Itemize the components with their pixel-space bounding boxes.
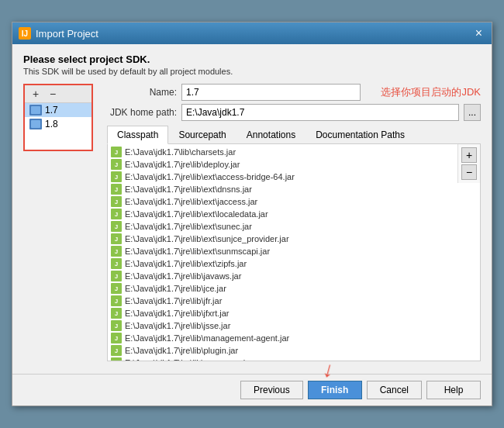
classpath-item: JE:\Java\jdk1.7\jre\lib\ext\jaccess.jar	[111, 195, 457, 208]
name-input[interactable]	[181, 84, 361, 101]
app-icon: IJ	[19, 27, 31, 40]
title-bar: IJ Import Project ×	[12, 22, 492, 44]
classpath-item: JE:\Java\jdk1.7\jre\lib\javaws.jar	[111, 270, 457, 282]
classpath-item-path: E:\Java\jdk1.7\jre\lib\plugin.jar	[125, 346, 238, 355]
classpath-add-button[interactable]: +	[461, 147, 477, 163]
tab-sourcepath[interactable]: Sourcepath	[168, 126, 236, 144]
sdk-toolbar: + −	[25, 85, 91, 103]
name-label: Name:	[107, 87, 177, 98]
dialog-title: Import Project	[36, 28, 98, 40]
jar-icon: J	[111, 345, 122, 356]
sdk-remove-button[interactable]: −	[45, 87, 60, 101]
jar-icon: J	[111, 233, 122, 244]
jar-icon: J	[111, 196, 122, 207]
classpath-item-path: E:\Java\jdk1.7\jre\lib\ext\sunec.jar	[125, 222, 252, 231]
classpath-remove-button[interactable]: −	[461, 164, 477, 180]
jar-icon: J	[111, 283, 122, 294]
jar-icon: J	[111, 246, 122, 257]
classpath-item: JE:\Java\jdk1.7\jre\lib\ext\sunmscapi.ja…	[111, 245, 457, 257]
classpath-item-path: E:\Java\jdk1.7\jre\lib\resources.jar	[125, 358, 253, 361]
tab-classpath[interactable]: Classpath	[107, 126, 168, 144]
jar-icon: J	[111, 159, 122, 170]
classpath-item-path: E:\Java\jdk1.7\jre\lib\jfr.jar	[125, 296, 222, 305]
classpath-item-path: E:\Java\jdk1.7\jre\lib\ext\zipfs.jar	[125, 259, 247, 268]
cancel-button[interactable]: Cancel	[367, 381, 422, 399]
title-bar-left: IJ Import Project	[19, 27, 98, 40]
path-row: JDK home path: ...	[107, 104, 481, 121]
classpath-item-path: E:\Java\jdk1.7\jre\lib\jsse.jar	[125, 321, 230, 330]
classpath-item-path: E:\Java\jdk1.7\jre\lib\management-agent.…	[125, 333, 289, 343]
sdk-item-18[interactable]: 1.8	[25, 117, 91, 131]
classpath-item-path: E:\Java\jdk1.7\jre\lib\ext\localedata.ja…	[125, 209, 268, 219]
classpath-item: JE:\Java\jdk1.7\jre\lib\ext\access-bridg…	[111, 171, 457, 183]
jar-icon: J	[111, 333, 122, 343]
jar-icon: J	[111, 258, 122, 269]
classpath-list: JE:\Java\jdk1.7\lib\charsets.jarJE:\Java…	[108, 146, 480, 361]
classpath-toolbar: + −	[457, 144, 480, 183]
sdk-list: 1.7 1.8	[25, 103, 91, 150]
classpath-item: JE:\Java\jdk1.7\jre\lib\deploy.jar	[111, 158, 457, 171]
right-panel: Name: 选择你项目启动的JDK JDK home path: ... Cla…	[107, 84, 481, 361]
classpath-item: JE:\Java\jdk1.7\jre\lib\plugin.jar	[111, 344, 457, 357]
header-note: This SDK will be used by default by all …	[23, 67, 481, 76]
classpath-item: JE:\Java\jdk1.7\jre\lib\ext\dnsns.jar	[111, 183, 457, 195]
classpath-item: JE:\Java\jdk1.7\jre\lib\ext\localedata.j…	[111, 208, 457, 220]
classpath-item: JE:\Java\jdk1.7\lib\charsets.jar	[111, 146, 457, 158]
classpath-item-path: E:\Java\jdk1.7\jre\lib\jce.jar	[125, 284, 226, 293]
jar-icon: J	[111, 184, 122, 195]
annotation-text: 选择你项目启动的JDK	[381, 85, 481, 99]
dialog-content: Please select project SDK. This SDK will…	[12, 44, 492, 374]
tab-annotations[interactable]: Annotations	[236, 126, 306, 144]
jar-icon: J	[111, 271, 122, 281]
classpath-item: JE:\Java\jdk1.7\jre\lib\ext\sunjce_provi…	[111, 233, 457, 245]
jar-icon: J	[111, 171, 122, 182]
classpath-item: JE:\Java\jdk1.7\jre\lib\resources.jar	[111, 357, 457, 361]
path-label: JDK home path:	[107, 107, 177, 118]
classpath-panel: + − JE:\Java\jdk1.7\lib\charsets.jarJE:\…	[107, 144, 481, 361]
classpath-item: JE:\Java\jdk1.7\jre\lib\jce.jar	[111, 282, 457, 295]
classpath-item-path: E:\Java\jdk1.7\jre\lib\ext\sunmscapi.jar	[125, 247, 270, 256]
previous-button[interactable]: Previous	[240, 381, 303, 399]
jar-icon: J	[111, 320, 122, 331]
close-button[interactable]: ×	[472, 27, 485, 40]
classpath-item-path: E:\Java\jdk1.7\lib\charsets.jar	[125, 147, 236, 157]
classpath-item-path: E:\Java\jdk1.7\jre\lib\ext\sunjce_provid…	[125, 234, 289, 243]
finish-button[interactable]: Finish	[308, 381, 362, 399]
dialog-footer: Previous ↓ Finish Cancel Help	[12, 374, 492, 406]
path-input[interactable]	[181, 104, 459, 121]
sdk-folder-icon-18	[29, 119, 42, 129]
classpath-item: JE:\Java\jdk1.7\jre\lib\management-agent…	[111, 332, 457, 344]
classpath-item: JE:\Java\jdk1.7\jre\lib\jfxrt.jar	[111, 307, 457, 319]
classpath-item-path: E:\Java\jdk1.7\jre\lib\ext\access-bridge…	[125, 172, 295, 181]
jar-icon: J	[111, 357, 122, 361]
sdk-list-container: + − 1.7 1.8	[23, 84, 93, 151]
import-project-dialog: IJ Import Project × Please select projec…	[12, 22, 492, 406]
classpath-item-path: E:\Java\jdk1.7\jre\lib\ext\dnsns.jar	[125, 185, 252, 194]
classpath-tabs: Classpath Sourcepath Annotations Documen…	[107, 126, 481, 144]
sdk-item-17[interactable]: 1.7	[25, 103, 91, 117]
classpath-item-path: E:\Java\jdk1.7\jre\lib\deploy.jar	[125, 160, 240, 169]
classpath-item-path: E:\Java\jdk1.7\jre\lib\javaws.jar	[125, 271, 241, 281]
jar-icon: J	[111, 209, 122, 219]
tab-documentation-paths[interactable]: Documentation Paths	[306, 126, 415, 144]
classpath-item: JE:\Java\jdk1.7\jre\lib\ext\zipfs.jar	[111, 257, 457, 270]
classpath-item-path: E:\Java\jdk1.7\jre\lib\jfxrt.jar	[125, 309, 230, 318]
sdk-add-button[interactable]: +	[28, 87, 43, 101]
sdk-item-label-18: 1.8	[45, 119, 58, 129]
classpath-item-path: E:\Java\jdk1.7\jre\lib\ext\jaccess.jar	[125, 197, 257, 206]
finish-arrow-container: ↓ Finish	[308, 381, 362, 399]
jar-icon: J	[111, 295, 122, 306]
sdk-folder-icon-17	[29, 105, 42, 116]
jar-icon: J	[111, 308, 122, 319]
help-button[interactable]: Help	[426, 381, 481, 399]
header-description: Please select project SDK.	[23, 54, 481, 65]
sdk-item-label-17: 1.7	[45, 105, 58, 116]
jar-icon: J	[111, 221, 122, 232]
classpath-item: JE:\Java\jdk1.7\jre\lib\jsse.jar	[111, 319, 457, 332]
path-browse-button[interactable]: ...	[464, 104, 481, 121]
classpath-item: JE:\Java\jdk1.7\jre\lib\ext\sunec.jar	[111, 220, 457, 233]
classpath-item: JE:\Java\jdk1.7\jre\lib\jfr.jar	[111, 295, 457, 307]
jar-icon: J	[111, 147, 122, 157]
